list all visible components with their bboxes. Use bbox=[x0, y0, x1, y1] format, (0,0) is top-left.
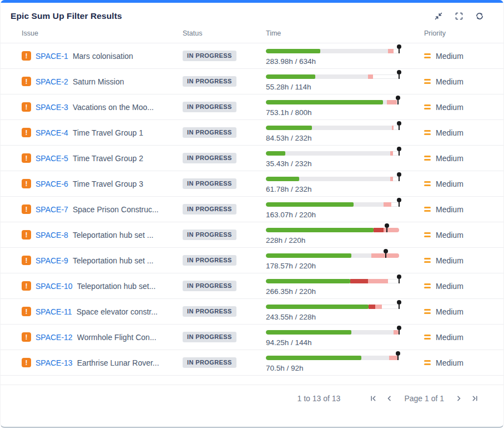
issue-key-link[interactable]: SPACE-5 bbox=[36, 154, 68, 163]
column-header-status: Status bbox=[183, 29, 266, 37]
table-row: ! SPACE-11 Space elevator constr... IN P… bbox=[1, 299, 503, 325]
status-cell: IN PROGRESS bbox=[183, 120, 266, 145]
issue-key-link[interactable]: SPACE-11 bbox=[36, 307, 72, 316]
priority-medium-equals-icon bbox=[424, 130, 431, 135]
priority-label: Medium bbox=[436, 307, 463, 316]
issue-key-link[interactable]: SPACE-6 bbox=[36, 179, 68, 188]
issue-key-link[interactable]: SPACE-2 bbox=[36, 77, 68, 86]
issue-key-link[interactable]: SPACE-9 bbox=[36, 256, 68, 265]
prev-page-icon bbox=[385, 395, 393, 402]
issue-summary: Teleportation hub set... bbox=[77, 282, 156, 291]
issue-key-link[interactable]: SPACE-3 bbox=[36, 103, 68, 112]
pin-stem bbox=[397, 356, 399, 360]
prev-page-button[interactable] bbox=[385, 395, 393, 402]
time-progress-bar bbox=[266, 228, 399, 232]
time-cell: 84.53h / 232h bbox=[266, 120, 422, 145]
fullscreen-button[interactable] bbox=[454, 11, 464, 21]
priority-cell: Medium bbox=[422, 171, 503, 196]
priority-cell: Medium bbox=[422, 248, 503, 273]
time-label: 283.98h / 634h bbox=[266, 57, 422, 66]
first-page-icon bbox=[369, 395, 377, 402]
column-header-priority: Priority bbox=[422, 29, 503, 37]
issue-key-link[interactable]: SPACE-8 bbox=[36, 231, 68, 240]
estimate-pin-marker bbox=[397, 147, 401, 156]
epic-exclamation-icon: ! bbox=[22, 179, 31, 188]
next-page-button[interactable] bbox=[455, 395, 463, 402]
last-page-icon bbox=[471, 395, 479, 402]
pin-stem bbox=[386, 228, 387, 232]
next-page-icon bbox=[455, 395, 463, 402]
estimate-pin-marker bbox=[384, 249, 388, 258]
priority-medium-equals-icon bbox=[424, 283, 431, 288]
last-page-button[interactable] bbox=[471, 395, 479, 402]
issue-key-link[interactable]: SPACE-12 bbox=[36, 333, 73, 342]
issue-summary: Earthrise Lunar Rover... bbox=[77, 358, 159, 367]
table-row: ! SPACE-12 Wormhole Flight Con... IN PRO… bbox=[1, 325, 503, 350]
pin-head bbox=[397, 300, 401, 305]
priority-cell: Medium bbox=[422, 350, 503, 375]
epic-exclamation-icon: ! bbox=[22, 102, 31, 112]
time-progress-bar bbox=[266, 202, 399, 207]
priority-label: Medium bbox=[436, 179, 463, 188]
epic-sum-up-panel: Epic Sum Up Filter Results bbox=[0, 0, 504, 428]
status-lozenge: IN PROGRESS bbox=[183, 127, 236, 138]
time-label: 84.53h / 232h bbox=[266, 134, 422, 142]
table-row: ! SPACE-8 Teleportation hub set ... IN P… bbox=[1, 222, 503, 248]
pin-stem bbox=[399, 177, 400, 181]
issue-summary: Mars colonisation bbox=[73, 52, 133, 61]
pin-head bbox=[396, 351, 400, 356]
panel-toolbar bbox=[434, 11, 485, 21]
pin-head bbox=[397, 147, 401, 151]
pin-stem bbox=[399, 305, 400, 309]
status-cell: IN PROGRESS bbox=[183, 299, 266, 324]
table-row: ! SPACE-1 Mars colonisation IN PROGRESS … bbox=[1, 43, 503, 69]
status-lozenge: IN PROGRESS bbox=[183, 357, 236, 368]
issue-summary: Space Prison Construc... bbox=[73, 205, 159, 214]
time-cell: 243.55h / 228h bbox=[266, 299, 422, 324]
issue-key-link[interactable]: SPACE-13 bbox=[36, 358, 73, 367]
issue-cell: ! SPACE-11 Space elevator constr... bbox=[1, 299, 183, 324]
table-row: ! SPACE-7 Space Prison Construc... IN PR… bbox=[1, 197, 503, 222]
progress-segments bbox=[266, 100, 399, 104]
time-progress-bar bbox=[266, 74, 399, 79]
priority-medium-equals-icon bbox=[424, 79, 431, 84]
issue-cell: ! SPACE-5 Time Travel Group 2 bbox=[1, 146, 183, 171]
pin-head bbox=[397, 70, 401, 74]
status-lozenge: IN PROGRESS bbox=[183, 153, 236, 163]
collapse-button[interactable] bbox=[434, 11, 443, 21]
status-cell: IN PROGRESS bbox=[183, 325, 266, 350]
refresh-button[interactable] bbox=[475, 11, 485, 21]
table-row: ! SPACE-5 Time Travel Group 2 IN PROGRES… bbox=[1, 146, 503, 171]
time-label: 243.55h / 228h bbox=[266, 313, 422, 321]
priority-cell: Medium bbox=[422, 120, 503, 145]
issue-cell: ! SPACE-8 Teleportation hub set ... bbox=[1, 222, 183, 247]
issue-key-link[interactable]: SPACE-1 bbox=[36, 52, 68, 61]
time-label: 228h / 220h bbox=[266, 236, 422, 245]
epic-exclamation-icon: ! bbox=[22, 230, 31, 240]
issue-key-link[interactable]: SPACE-4 bbox=[36, 128, 68, 137]
pin-stem bbox=[385, 253, 386, 258]
estimate-pin-marker bbox=[396, 351, 400, 360]
time-label: 55.28h / 114h bbox=[266, 83, 422, 91]
issue-key-link[interactable]: SPACE-10 bbox=[36, 282, 73, 291]
status-cell: IN PROGRESS bbox=[183, 171, 266, 196]
time-label: 94.25h / 144h bbox=[266, 338, 422, 347]
status-cell: IN PROGRESS bbox=[183, 350, 266, 375]
pin-stem bbox=[399, 202, 400, 207]
priority-medium-equals-icon bbox=[424, 181, 431, 186]
pin-stem bbox=[397, 100, 399, 104]
epic-exclamation-icon: ! bbox=[22, 51, 31, 61]
status-cell: IN PROGRESS bbox=[183, 94, 266, 119]
status-lozenge: IN PROGRESS bbox=[183, 281, 236, 291]
issue-cell: ! SPACE-9 Teleportation hub set ... bbox=[1, 248, 183, 273]
pin-head bbox=[397, 121, 401, 126]
pin-stem bbox=[399, 126, 400, 130]
issue-cell: ! SPACE-3 Vacations on the Moo... bbox=[1, 94, 183, 119]
pin-head bbox=[384, 249, 388, 253]
priority-cell: Medium bbox=[422, 197, 503, 222]
time-cell: 55.28h / 114h bbox=[266, 69, 422, 94]
issue-key-link[interactable]: SPACE-7 bbox=[36, 205, 68, 214]
priority-medium-equals-icon bbox=[424, 309, 431, 314]
issue-cell: ! SPACE-1 Mars colonisation bbox=[1, 43, 183, 68]
first-page-button[interactable] bbox=[369, 395, 377, 402]
